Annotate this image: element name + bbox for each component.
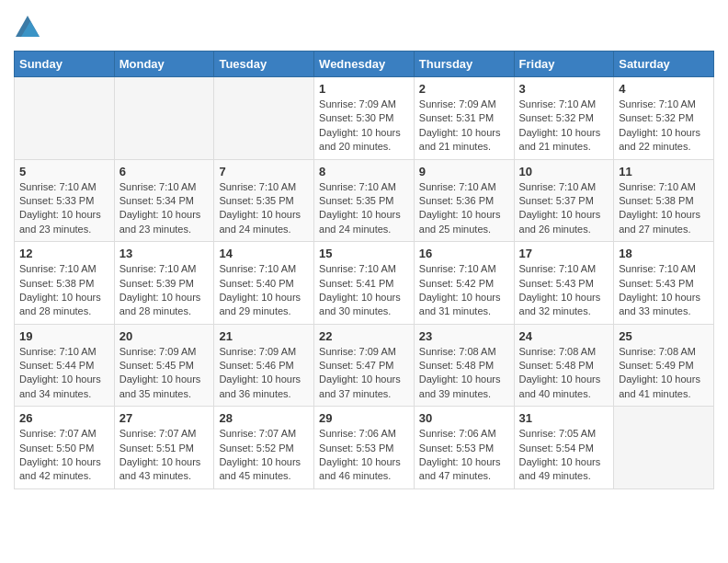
day-number: 19 <box>19 329 109 343</box>
calendar-cell <box>214 77 314 160</box>
day-info: Sunrise: 7:10 AM Sunset: 5:43 PM Dayligh… <box>619 262 709 319</box>
day-info: Sunrise: 7:08 AM Sunset: 5:49 PM Dayligh… <box>619 345 709 402</box>
day-info: Sunrise: 7:10 AM Sunset: 5:38 PM Dayligh… <box>19 262 109 319</box>
day-info: Sunrise: 7:10 AM Sunset: 5:38 PM Dayligh… <box>619 180 709 237</box>
calendar: SundayMondayTuesdayWednesdayThursdayFrid… <box>14 51 714 489</box>
day-number: 8 <box>319 165 409 178</box>
calendar-cell: 18Sunrise: 7:10 AM Sunset: 5:43 PM Dayli… <box>614 242 714 325</box>
day-info: Sunrise: 7:05 AM Sunset: 5:54 PM Dayligh… <box>519 427 609 484</box>
calendar-cell: 24Sunrise: 7:08 AM Sunset: 5:48 PM Dayli… <box>514 324 614 407</box>
day-info: Sunrise: 7:10 AM Sunset: 5:35 PM Dayligh… <box>219 180 309 237</box>
calendar-cell: 4Sunrise: 7:10 AM Sunset: 5:32 PM Daylig… <box>614 77 714 160</box>
day-number: 27 <box>119 411 210 425</box>
day-number: 14 <box>219 247 309 260</box>
day-number: 18 <box>619 247 709 260</box>
day-info: Sunrise: 7:06 AM Sunset: 5:53 PM Dayligh… <box>319 427 409 484</box>
calendar-week-row: 5Sunrise: 7:10 AM Sunset: 5:33 PM Daylig… <box>15 159 714 242</box>
calendar-cell: 14Sunrise: 7:10 AM Sunset: 5:40 PM Dayli… <box>214 242 314 325</box>
calendar-cell: 1Sunrise: 7:09 AM Sunset: 5:30 PM Daylig… <box>314 77 415 160</box>
calendar-cell: 7Sunrise: 7:10 AM Sunset: 5:35 PM Daylig… <box>214 159 314 242</box>
day-number: 1 <box>319 82 409 96</box>
calendar-cell: 10Sunrise: 7:10 AM Sunset: 5:37 PM Dayli… <box>514 159 614 242</box>
calendar-cell: 27Sunrise: 7:07 AM Sunset: 5:51 PM Dayli… <box>114 407 214 489</box>
day-number: 10 <box>519 165 609 178</box>
day-info: Sunrise: 7:10 AM Sunset: 5:33 PM Dayligh… <box>19 180 109 237</box>
day-info: Sunrise: 7:10 AM Sunset: 5:40 PM Dayligh… <box>219 262 309 319</box>
weekday-header: Tuesday <box>214 52 314 77</box>
day-number: 17 <box>519 247 609 260</box>
weekday-header: Friday <box>514 52 614 77</box>
logo <box>14 14 45 41</box>
day-info: Sunrise: 7:10 AM Sunset: 5:36 PM Dayligh… <box>419 180 509 237</box>
calendar-cell: 12Sunrise: 7:10 AM Sunset: 5:38 PM Dayli… <box>15 242 115 325</box>
day-info: Sunrise: 7:10 AM Sunset: 5:35 PM Dayligh… <box>319 180 409 237</box>
day-info: Sunrise: 7:10 AM Sunset: 5:32 PM Dayligh… <box>519 98 609 155</box>
day-info: Sunrise: 7:10 AM Sunset: 5:37 PM Dayligh… <box>519 180 609 237</box>
day-number: 29 <box>319 411 409 425</box>
calendar-cell: 8Sunrise: 7:10 AM Sunset: 5:35 PM Daylig… <box>314 159 415 242</box>
calendar-cell: 11Sunrise: 7:10 AM Sunset: 5:38 PM Dayli… <box>614 159 714 242</box>
day-info: Sunrise: 7:10 AM Sunset: 5:44 PM Dayligh… <box>19 345 109 402</box>
day-number: 24 <box>519 329 609 343</box>
day-number: 31 <box>519 411 609 425</box>
day-number: 30 <box>419 411 509 425</box>
day-info: Sunrise: 7:08 AM Sunset: 5:48 PM Dayligh… <box>419 345 509 402</box>
day-info: Sunrise: 7:10 AM Sunset: 5:42 PM Dayligh… <box>419 262 509 319</box>
weekday-header: Sunday <box>15 52 115 77</box>
calendar-cell: 19Sunrise: 7:10 AM Sunset: 5:44 PM Dayli… <box>15 324 115 407</box>
calendar-cell: 30Sunrise: 7:06 AM Sunset: 5:53 PM Dayli… <box>414 407 514 489</box>
day-info: Sunrise: 7:09 AM Sunset: 5:46 PM Dayligh… <box>219 345 309 402</box>
day-number: 11 <box>619 165 709 178</box>
calendar-week-row: 26Sunrise: 7:07 AM Sunset: 5:50 PM Dayli… <box>15 407 714 489</box>
day-info: Sunrise: 7:09 AM Sunset: 5:30 PM Dayligh… <box>319 98 409 155</box>
day-number: 26 <box>19 411 109 425</box>
page-header <box>14 14 714 41</box>
weekday-header: Thursday <box>414 52 514 77</box>
day-info: Sunrise: 7:09 AM Sunset: 5:45 PM Dayligh… <box>119 345 210 402</box>
calendar-cell: 16Sunrise: 7:10 AM Sunset: 5:42 PM Dayli… <box>414 242 514 325</box>
day-number: 21 <box>219 329 309 343</box>
day-info: Sunrise: 7:07 AM Sunset: 5:50 PM Dayligh… <box>19 427 109 484</box>
calendar-header-row: SundayMondayTuesdayWednesdayThursdayFrid… <box>15 52 714 77</box>
calendar-cell: 17Sunrise: 7:10 AM Sunset: 5:43 PM Dayli… <box>514 242 614 325</box>
day-info: Sunrise: 7:10 AM Sunset: 5:32 PM Dayligh… <box>619 98 709 155</box>
calendar-cell: 29Sunrise: 7:06 AM Sunset: 5:53 PM Dayli… <box>314 407 415 489</box>
logo-icon <box>14 14 41 41</box>
calendar-cell: 2Sunrise: 7:09 AM Sunset: 5:31 PM Daylig… <box>414 77 514 160</box>
day-number: 7 <box>219 165 309 178</box>
day-number: 5 <box>19 165 109 178</box>
day-info: Sunrise: 7:09 AM Sunset: 5:47 PM Dayligh… <box>319 345 409 402</box>
day-info: Sunrise: 7:07 AM Sunset: 5:52 PM Dayligh… <box>219 427 309 484</box>
calendar-cell: 13Sunrise: 7:10 AM Sunset: 5:39 PM Dayli… <box>114 242 214 325</box>
day-number: 23 <box>419 329 509 343</box>
day-info: Sunrise: 7:10 AM Sunset: 5:34 PM Dayligh… <box>119 180 210 237</box>
day-number: 13 <box>119 247 210 260</box>
calendar-week-row: 1Sunrise: 7:09 AM Sunset: 5:30 PM Daylig… <box>15 77 714 160</box>
day-number: 2 <box>419 82 509 96</box>
calendar-cell: 26Sunrise: 7:07 AM Sunset: 5:50 PM Dayli… <box>15 407 115 489</box>
day-info: Sunrise: 7:10 AM Sunset: 5:43 PM Dayligh… <box>519 262 609 319</box>
weekday-header: Wednesday <box>314 52 415 77</box>
day-number: 15 <box>319 247 409 260</box>
day-number: 20 <box>119 329 210 343</box>
day-info: Sunrise: 7:06 AM Sunset: 5:53 PM Dayligh… <box>419 427 509 484</box>
calendar-cell <box>614 407 714 489</box>
calendar-cell: 22Sunrise: 7:09 AM Sunset: 5:47 PM Dayli… <box>314 324 415 407</box>
calendar-cell <box>114 77 214 160</box>
calendar-week-row: 19Sunrise: 7:10 AM Sunset: 5:44 PM Dayli… <box>15 324 714 407</box>
calendar-cell: 3Sunrise: 7:10 AM Sunset: 5:32 PM Daylig… <box>514 77 614 160</box>
day-info: Sunrise: 7:10 AM Sunset: 5:39 PM Dayligh… <box>119 262 210 319</box>
calendar-cell: 6Sunrise: 7:10 AM Sunset: 5:34 PM Daylig… <box>114 159 214 242</box>
weekday-header: Saturday <box>614 52 714 77</box>
calendar-cell: 25Sunrise: 7:08 AM Sunset: 5:49 PM Dayli… <box>614 324 714 407</box>
calendar-cell: 5Sunrise: 7:10 AM Sunset: 5:33 PM Daylig… <box>15 159 115 242</box>
calendar-cell <box>15 77 115 160</box>
calendar-cell: 20Sunrise: 7:09 AM Sunset: 5:45 PM Dayli… <box>114 324 214 407</box>
day-info: Sunrise: 7:07 AM Sunset: 5:51 PM Dayligh… <box>119 427 210 484</box>
calendar-cell: 9Sunrise: 7:10 AM Sunset: 5:36 PM Daylig… <box>414 159 514 242</box>
calendar-week-row: 12Sunrise: 7:10 AM Sunset: 5:38 PM Dayli… <box>15 242 714 325</box>
day-number: 9 <box>419 165 509 178</box>
day-number: 4 <box>619 82 709 96</box>
day-number: 22 <box>319 329 409 343</box>
calendar-cell: 23Sunrise: 7:08 AM Sunset: 5:48 PM Dayli… <box>414 324 514 407</box>
